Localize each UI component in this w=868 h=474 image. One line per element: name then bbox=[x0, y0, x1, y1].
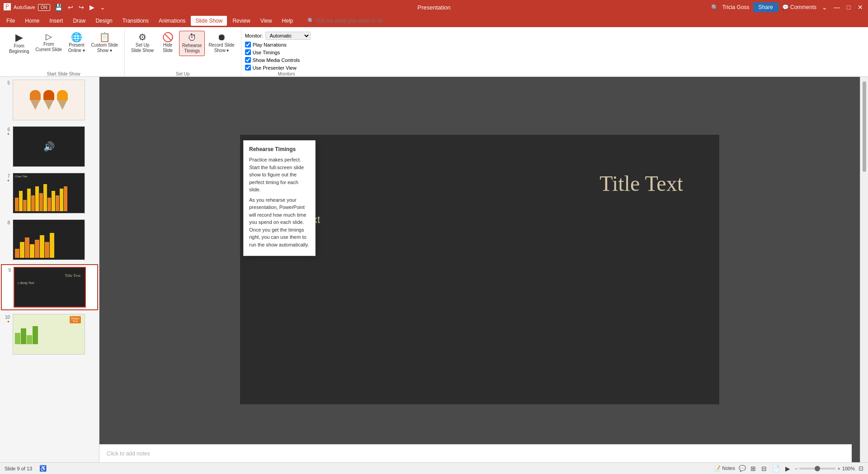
menu-view[interactable]: View bbox=[256, 16, 277, 26]
present-online-icon: 🌐 bbox=[71, 33, 82, 42]
close-button[interactable]: ✕ bbox=[856, 3, 864, 11]
menu-review[interactable]: Review bbox=[228, 16, 255, 26]
main-content: 5 bbox=[0, 77, 868, 462]
title-slide-preview: Title Text ◇ Body Text bbox=[14, 268, 85, 307]
menu-slideshow[interactable]: Slide Show bbox=[191, 16, 227, 26]
show-media-controls-checkbox[interactable] bbox=[245, 57, 251, 63]
bar bbox=[35, 240, 39, 258]
share-button[interactable]: Share bbox=[753, 2, 778, 12]
zoom-out-button[interactable]: − bbox=[795, 466, 797, 471]
search-icon: 🔍 bbox=[711, 4, 718, 11]
use-presenter-view-checkbox-row: Use Presenter View bbox=[245, 65, 328, 71]
slide-info: Slide 9 of 13 bbox=[5, 466, 32, 471]
bar bbox=[60, 189, 63, 211]
maximize-button[interactable]: □ bbox=[844, 3, 853, 11]
accessibility-icon[interactable]: ♿ bbox=[39, 465, 47, 472]
slideshow-button[interactable]: ▶ bbox=[784, 464, 791, 473]
search-input[interactable] bbox=[316, 18, 397, 24]
autosave-badge[interactable]: ON bbox=[38, 4, 50, 11]
slide-preview-7: Chart Title bbox=[13, 173, 85, 213]
menu-help[interactable]: Help bbox=[278, 16, 298, 26]
menu-transitions[interactable]: Transitions bbox=[118, 16, 153, 26]
app-window: 🅿 AutoSave ON 💾 ↩ ↪ ▶ ⌄ Presentation 🔍 T… bbox=[0, 0, 868, 474]
slide-thumb-9[interactable]: 9 Title Text ◇ Body Text bbox=[1, 264, 98, 310]
notes-area[interactable]: Click to add notes bbox=[99, 444, 852, 462]
from-current-button[interactable]: ▷ FromCurrent Slide bbox=[33, 31, 64, 54]
cone bbox=[57, 100, 67, 110]
minimize-button[interactable]: — bbox=[833, 3, 841, 11]
ribbon-content: ▶ FromBeginning ▷ FromCurrent Slide 🌐 Pr… bbox=[0, 27, 868, 77]
comments-status-button[interactable]: 💬 bbox=[739, 465, 746, 472]
menu-design[interactable]: Design bbox=[91, 16, 117, 26]
menu-insert[interactable]: Insert bbox=[45, 16, 67, 26]
slide-thumb-7[interactable]: 7 Chart Title bbox=[0, 170, 99, 217]
show-media-controls-label[interactable]: Show Media Controls bbox=[245, 57, 328, 63]
hide-slide-button[interactable]: 🚫 HideSlide bbox=[157, 31, 178, 55]
custom-slideshow-button[interactable]: 📋 Custom SlideShow ▾ bbox=[89, 31, 121, 55]
use-timings-checkbox[interactable] bbox=[245, 49, 251, 55]
redo-button[interactable]: ↪ bbox=[77, 3, 86, 12]
menu-file[interactable]: File bbox=[2, 16, 19, 26]
slide-num-8: 8 bbox=[4, 219, 10, 225]
zoom-slider[interactable] bbox=[799, 468, 835, 469]
rehearse-timings-button[interactable]: ⏱ RehearseTimings bbox=[179, 31, 205, 56]
bar bbox=[40, 235, 44, 258]
present-button[interactable]: ▶ bbox=[88, 3, 96, 12]
use-presenter-view-checkbox[interactable] bbox=[245, 65, 251, 71]
from-beginning-button[interactable]: ▶ FromBeginning bbox=[6, 31, 32, 56]
fit-slide-button[interactable]: ⊡ bbox=[859, 465, 863, 472]
undo-button[interactable]: ↩ bbox=[66, 3, 75, 12]
bar bbox=[64, 186, 67, 211]
use-timings-label[interactable]: Use Timings bbox=[245, 49, 328, 55]
scoop bbox=[43, 90, 54, 100]
ribbon-display-button[interactable]: ⌄ bbox=[820, 3, 829, 12]
reading-view-button[interactable]: 📄 bbox=[771, 464, 781, 473]
record-slideshow-button[interactable]: ⏺ Record SlideShow ▾ bbox=[206, 31, 237, 55]
comments-button[interactable]: 💬 Comments bbox=[782, 4, 816, 10]
scoop bbox=[30, 90, 41, 100]
slide-title: Title Text bbox=[267, 153, 692, 196]
slide-body: ◇ Body Text bbox=[267, 214, 692, 226]
bar bbox=[23, 200, 27, 211]
slide-thumb-5[interactable]: 5 bbox=[0, 77, 99, 123]
title-bar: 🅿 AutoSave ON 💾 ↩ ↪ ▶ ⌄ Presentation 🔍 T… bbox=[0, 0, 868, 14]
play-narrations-checkbox[interactable] bbox=[245, 42, 251, 47]
title-bar-left: 🅿 AutoSave ON 💾 ↩ ↪ ▶ ⌄ bbox=[4, 3, 107, 12]
scoop bbox=[57, 90, 68, 100]
bar bbox=[30, 244, 34, 258]
slide-sorter-button[interactable]: ⊟ bbox=[760, 464, 768, 473]
slide-thumb-10[interactable]: 10 BadgeText bbox=[0, 311, 99, 358]
popup-para1: Practice makes perfect. Start the full-s… bbox=[249, 156, 310, 194]
menu-home[interactable]: Home bbox=[20, 16, 44, 26]
slide-preview-8 bbox=[13, 219, 85, 260]
vertical-scrollbar-thumb[interactable] bbox=[863, 81, 866, 172]
save-button[interactable]: 💾 bbox=[53, 3, 64, 12]
use-presenter-view-label[interactable]: Use Presenter View bbox=[245, 65, 328, 71]
chart-bars-7 bbox=[15, 179, 83, 211]
record-icon: ⏺ bbox=[217, 33, 226, 42]
setup-label: Set Up bbox=[128, 71, 237, 77]
slide-preview-6: 🔊 bbox=[13, 126, 85, 167]
bar bbox=[35, 186, 39, 211]
slide-thumb-8[interactable]: 8 bbox=[0, 217, 99, 263]
bar bbox=[47, 198, 51, 211]
bar bbox=[21, 328, 26, 344]
slide-num-10: 10 bbox=[4, 314, 10, 324]
monitor-select[interactable]: Automatic bbox=[265, 32, 311, 40]
menu-bar: File Home Insert Draw Design Transitions… bbox=[0, 14, 868, 27]
notes-button[interactable]: 📝 Notes bbox=[714, 465, 735, 471]
present-online-button[interactable]: 🌐 PresentOnline ▾ bbox=[66, 31, 88, 55]
customize-button[interactable]: ⌄ bbox=[98, 3, 107, 12]
menu-animations[interactable]: Animations bbox=[154, 16, 190, 26]
play-narrations-label[interactable]: Play Narrations bbox=[245, 42, 328, 47]
bar bbox=[20, 242, 24, 258]
setup-slideshow-button[interactable]: ⚙ Set UpSlide Show bbox=[128, 31, 156, 55]
zoom-in-button[interactable]: + bbox=[837, 466, 840, 471]
ribbon-group-start-slideshow: ▶ FromBeginning ▷ FromCurrent Slide 🌐 Pr… bbox=[3, 29, 125, 77]
right-panel[interactable] bbox=[860, 77, 868, 462]
slide-panel[interactable]: 5 bbox=[0, 77, 99, 462]
slide-thumb-6[interactable]: 6 🔊 bbox=[0, 123, 99, 170]
normal-view-button[interactable]: ⊞ bbox=[750, 464, 757, 473]
monitors-label: Monitors bbox=[245, 71, 328, 77]
menu-draw[interactable]: Draw bbox=[68, 16, 90, 26]
